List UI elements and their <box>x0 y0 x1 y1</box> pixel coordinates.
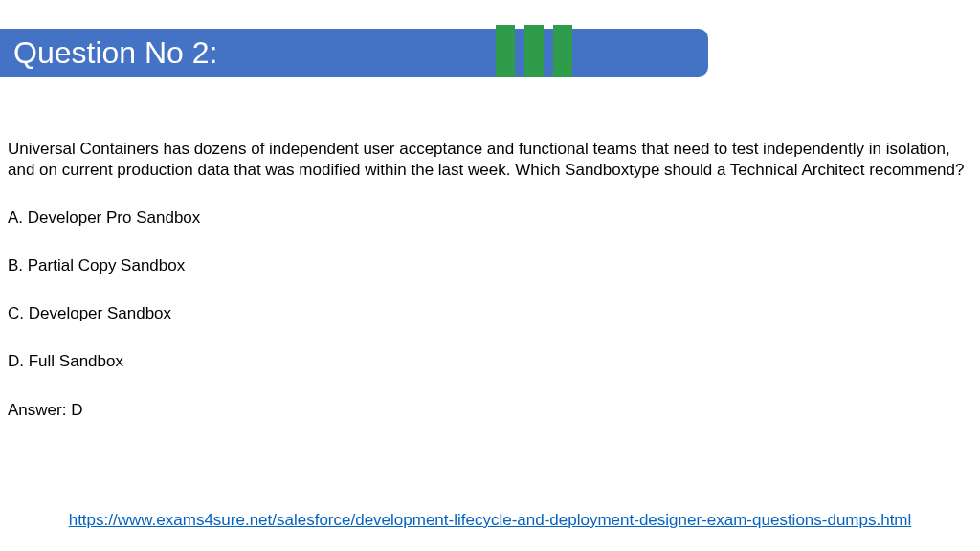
decorative-stripes <box>496 25 572 77</box>
option-a: A. Developer Pro Sandbox <box>8 208 965 229</box>
stripe-icon <box>496 25 515 77</box>
option-b: B. Partial Copy Sandbox <box>8 255 965 276</box>
option-d: D. Full Sandbox <box>8 351 965 372</box>
answer-text: Answer: D <box>8 400 965 421</box>
footer-link-container: https://www.exams4sure.net/salesforce/de… <box>0 511 980 530</box>
source-link[interactable]: https://www.exams4sure.net/salesforce/de… <box>69 511 912 529</box>
stripe-icon <box>524 25 544 77</box>
question-number-title: Question No 2: <box>13 35 217 71</box>
option-c: C. Developer Sandbox <box>8 303 965 324</box>
stripe-icon <box>553 25 572 77</box>
question-text: Universal Containers has dozens of indep… <box>8 139 965 181</box>
title-bar: Question No 2: <box>0 29 708 77</box>
question-content: Universal Containers has dozens of indep… <box>8 139 965 421</box>
